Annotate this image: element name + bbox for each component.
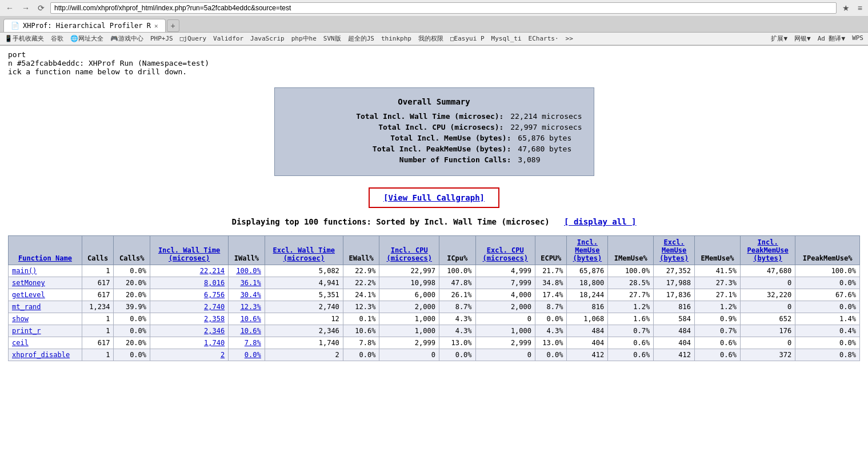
th-incl-cpu: Incl. CPU(microsecs) <box>379 236 439 265</box>
summary-title: Overall Summary <box>286 97 582 106</box>
sort-function-name[interactable]: Function Name <box>18 254 72 262</box>
bookmark-easyui[interactable]: □Easyui P <box>449 34 486 43</box>
bookmark-shouji[interactable]: 📱手机收藏夹 <box>3 34 45 43</box>
reload-button[interactable]: ⟳ <box>35 2 47 14</box>
table-row: ceil61720.0%1,7407.8%1,7407.8%2,99913.0%… <box>9 337 860 349</box>
th-imem-pct: IMemUse% <box>608 236 654 265</box>
th-incl-wall: Incl. Wall Time(microsec) <box>150 236 229 265</box>
sort-incl-mem[interactable]: Incl.MemUse(bytes) <box>573 238 602 262</box>
th-calls: Calls <box>82 236 113 265</box>
report-line3: ick a function name below to drill down. <box>8 67 860 76</box>
display-info-text: Displaying top 100 functions: Sorted by … <box>231 217 549 226</box>
table-header-row: Function Name Calls Calls% Incl. Wall Ti… <box>9 236 860 265</box>
th-incl-mem: Incl.MemUse(bytes) <box>567 236 608 265</box>
summary-row-2: Total Incl. CPU (microsecs): 22,997 micr… <box>286 123 582 131</box>
th-excl-wall: Excl. Wall Time(microsec) <box>265 236 343 265</box>
bookmark-thinkphp[interactable]: thinkphp <box>380 34 413 43</box>
new-tab-button[interactable]: + <box>167 19 179 32</box>
sort-excl-wall[interactable]: Excl. Wall Time(microsec) <box>273 246 335 262</box>
bookmark-mysql[interactable]: Mysql_ti <box>490 34 523 43</box>
summary-row-4: Total Incl. PeakMemUse (bytes): 47,680 b… <box>286 145 582 153</box>
summary-label-3: Total Incl. MemUse (bytes): <box>390 134 511 142</box>
summary-value-5: 3,089 <box>514 155 582 164</box>
bookmark-quanxian[interactable]: 我的权限 <box>417 34 445 43</box>
address-bar: ← → ⟳ ★ ≡ <box>0 0 868 17</box>
tab-favicon: 📄 <box>11 22 19 30</box>
th-calls-pct: Calls% <box>114 236 150 265</box>
th-ipeak-pct: IPeakMemUse% <box>795 236 860 265</box>
sort-incl-peak[interactable]: Incl.PeakMemUse(bytes) <box>747 238 789 262</box>
summary-value-4: 47,680 bytes <box>514 145 582 153</box>
bookmark-jquery[interactable]: □jQuery <box>179 34 207 43</box>
summary-label-2: Total Incl. CPU (microsecs): <box>378 123 503 131</box>
summary-row-1: Total Incl. Wall Time (microsec): 22,214… <box>286 112 582 121</box>
bookmark-more[interactable]: >> <box>565 34 574 43</box>
summary-box: Overall Summary Total Incl. Wall Time (m… <box>274 87 594 176</box>
summary-label-4: Total Incl. PeakMemUse (bytes): <box>373 145 511 153</box>
bookmark-wangyun[interactable]: 网银▼ <box>793 34 812 43</box>
tab-title: XHProf: Hierarchical Profiler R <box>23 22 151 30</box>
bookmark-wangzhi[interactable]: 🌐网址大全 <box>69 34 105 43</box>
summary-row-3: Total Incl. MemUse (bytes): 65,876 bytes <box>286 134 582 142</box>
view-callgraph-button[interactable]: [View Full Callgraph] <box>369 187 499 208</box>
sort-incl-cpu[interactable]: Incl. CPU(microsecs) <box>386 246 431 262</box>
bookmark-youxi[interactable]: 🎮游戏中心 <box>109 34 145 43</box>
th-incl-peak: Incl.PeakMemUse(bytes) <box>740 236 795 265</box>
bookmark-wps[interactable]: WPS <box>851 34 865 43</box>
summary-value-3: 65,876 bytes <box>514 134 582 142</box>
active-tab[interactable]: 📄 XHProf: Hierarchical Profiler R ✕ <box>3 19 166 32</box>
summary-value-1: 22,214 microsecs <box>506 112 582 121</box>
th-excl-cpu: Excl. CPU(microsecs) <box>475 236 535 265</box>
table-row: mt_rand1,23439.9%2,74012.3%2,74012.3%2,0… <box>9 301 860 313</box>
table-row: main()10.0%22,214100.0%5,08222.9%22,9971… <box>9 265 860 277</box>
table-row: setMoney61720.0%8,01636.1%4,94122.2%10,9… <box>9 277 860 289</box>
tab-close-button[interactable]: ✕ <box>154 22 158 30</box>
th-emem-pct: EMemUse% <box>695 236 741 265</box>
bookmark-star[interactable]: ★ <box>840 2 852 14</box>
tab-bar: 📄 XHProf: Hierarchical Profiler R ✕ + <box>0 17 868 33</box>
summary-label-1: Total Incl. Wall Time (microsec): <box>356 112 503 121</box>
sort-excl-cpu[interactable]: Excl. CPU(microsecs) <box>483 246 528 262</box>
bookmark-phphe[interactable]: php中he <box>290 34 318 43</box>
bookmark-kuozhang[interactable]: 扩展▼ <box>770 34 789 43</box>
bookmark-phpjs[interactable]: PHP+JS <box>149 34 174 43</box>
th-excl-mem: Excl.MemUse(bytes) <box>654 236 695 265</box>
summary-value-2: 22,997 microsecs <box>506 123 582 131</box>
data-table-container: Function Name Calls Calls% Incl. Wall Ti… <box>8 235 860 361</box>
menu-button[interactable]: ≡ <box>855 2 865 14</box>
th-ewall-pct: EWall% <box>343 236 379 265</box>
forward-button[interactable]: → <box>19 2 32 14</box>
th-function-name: Function Name <box>9 236 82 265</box>
report-line1: port <box>8 50 860 59</box>
table-body: main()10.0%22,214100.0%5,08222.9%22,9971… <box>9 265 860 361</box>
bookmark-javascript[interactable]: JavaScrip <box>249 34 286 43</box>
sort-excl-mem[interactable]: Excl.MemUse(bytes) <box>659 238 689 262</box>
back-button[interactable]: ← <box>3 2 16 14</box>
th-ecpu-pct: ECPU% <box>535 236 567 265</box>
th-iwall-pct: IWall% <box>229 236 265 265</box>
summary-label-5: Number of Function Calls: <box>399 155 511 164</box>
bookmark-google[interactable]: 谷歌 <box>50 34 65 43</box>
browser-chrome: ← → ⟳ ★ ≡ 📄 XHProf: Hierarchical Profile… <box>0 0 868 46</box>
summary-row-5: Number of Function Calls: 3,089 <box>286 155 582 164</box>
callgraph-container: [View Full Callgraph] <box>8 187 860 208</box>
bookmark-superjs[interactable]: 超全的JS <box>347 34 375 43</box>
page-content: port n #5a2fcabb4eddc: XHProf Run (Names… <box>0 46 868 366</box>
bookmark-echarts[interactable]: ECharts· <box>527 34 560 43</box>
sort-incl-wall[interactable]: Incl. Wall Time(microsec) <box>158 246 220 262</box>
table-row: getLevel61720.0%6,75630.4%5,35124.1%6,00… <box>9 289 860 301</box>
report-header: port n #5a2fcabb4eddc: XHProf Run (Names… <box>8 50 860 76</box>
display-all-link[interactable]: [ display all ] <box>564 217 636 226</box>
table-row: xhprof_disable10.0%20.0%20.0%00.0%00.0%4… <box>9 349 860 361</box>
profiler-table: Function Name Calls Calls% Incl. Wall Ti… <box>8 235 860 361</box>
table-row: show10.0%2,35810.6%120.1%1,0004.3%00.0%1… <box>9 313 860 325</box>
display-info: Displaying top 100 functions: Sorted by … <box>8 217 860 226</box>
bookmarks-bar: 📱手机收藏夹 谷歌 🌐网址大全 🎮游戏中心 PHP+JS □jQuery Val… <box>0 33 868 45</box>
bookmark-validfor[interactable]: Validfor <box>212 34 245 43</box>
th-icpu-pct: ICpu% <box>439 236 475 265</box>
bookmark-fanyi[interactable]: Ad 翻译▼ <box>817 34 847 43</box>
report-line2: n #5a2fcabb4eddc: XHProf Run (Namespace=… <box>8 59 860 67</box>
table-row: print_r10.0%2,34610.6%2,34610.6%1,0004.3… <box>9 325 860 337</box>
bookmark-svn[interactable]: SVN版 <box>322 34 342 43</box>
url-field[interactable] <box>50 2 837 14</box>
